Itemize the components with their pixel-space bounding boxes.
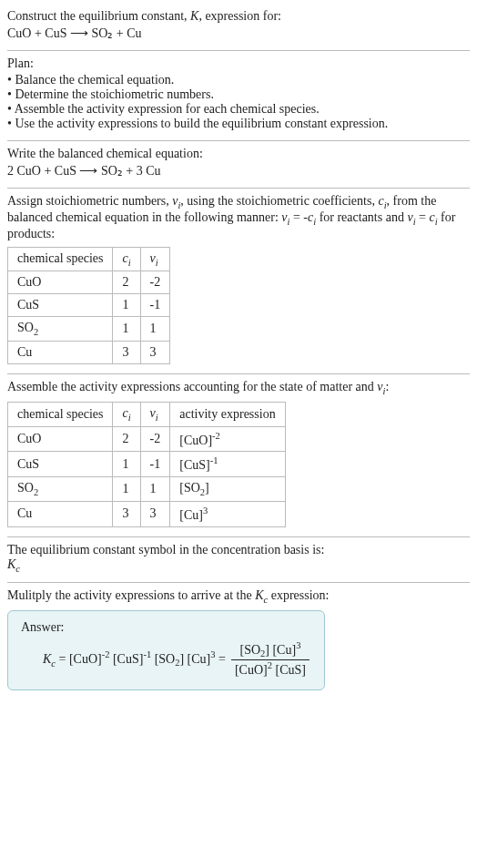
- activity-heading: Assemble the activity expressions accoun…: [7, 380, 470, 396]
- answer-box: Answer: Kc = [CuO]-2 [CuS]-1 [SO2] [Cu]3…: [7, 610, 325, 690]
- table-row: CuS 1 -1 [CuS]-1: [8, 452, 286, 477]
- table-row: SO2 1 1 [SO2]: [8, 477, 286, 502]
- cell-ci: 1: [113, 452, 140, 477]
- col-ci: ci: [113, 247, 140, 271]
- plan-item: • Use the activity expressions to build …: [7, 117, 470, 131]
- activity-table: chemical species ci νi activity expressi…: [7, 402, 286, 527]
- col-expr: activity expression: [170, 402, 285, 426]
- col-vi: νi: [140, 402, 170, 426]
- balanced-section: Write the balanced chemical equation: 2 …: [7, 141, 470, 188]
- cell-species: SO2: [8, 477, 113, 502]
- symbol-heading: The equilibrium constant symbol in the c…: [7, 543, 470, 557]
- cell-vi: -2: [140, 426, 170, 452]
- cell-ci: 3: [113, 342, 140, 364]
- cell-vi: 3: [140, 501, 170, 526]
- plan-list: • Balance the chemical equation. • Deter…: [7, 73, 470, 131]
- table-row: Cu 3 3: [8, 342, 170, 364]
- intro-line: Construct the equilibrium constant, K, e…: [7, 9, 470, 24]
- answer-expression: Kc = [CuO]-2 [CuS]-1 [SO2] [Cu]3 = [SO2]…: [21, 640, 311, 677]
- intro-equation: CuO + CuS ⟶ SO₂ + Cu: [7, 26, 470, 41]
- answer-label: Answer:: [21, 620, 311, 635]
- table-row: Cu 3 3 [Cu]3: [8, 501, 286, 526]
- fraction-denominator: [CuO]2 [CuS]: [231, 660, 310, 678]
- cell-expr: [SO2]: [170, 477, 285, 502]
- plan-item: • Assemble the activity expression for e…: [7, 102, 470, 117]
- plan-heading: Plan:: [7, 56, 470, 71]
- plan-item: • Determine the stoichiometric numbers.: [7, 87, 470, 102]
- table-row: SO2 1 1: [8, 317, 170, 342]
- stoich-section: Assign stoichiometric numbers, νi, using…: [7, 189, 470, 373]
- cell-vi: 1: [140, 477, 170, 502]
- col-vi: νi: [140, 247, 170, 271]
- cell-vi: -1: [140, 452, 170, 477]
- cell-ci: 2: [113, 426, 140, 452]
- cell-ci: 1: [113, 317, 140, 342]
- cell-ci: 1: [113, 477, 140, 502]
- cell-species: CuO: [8, 271, 113, 294]
- table-row: CuS 1 -1: [8, 294, 170, 317]
- cell-vi: -1: [140, 294, 170, 317]
- answer-fraction: [SO2] [Cu]3 [CuO]2 [CuS]: [231, 640, 310, 677]
- symbol-value: Kc: [7, 557, 470, 574]
- cell-species: SO2: [8, 317, 113, 342]
- table-row: CuO 2 -2: [8, 271, 170, 294]
- cell-vi: 3: [140, 342, 170, 364]
- balanced-heading: Write the balanced chemical equation:: [7, 147, 470, 161]
- col-species: chemical species: [8, 247, 113, 271]
- cell-ci: 1: [113, 294, 140, 317]
- activity-section: Assemble the activity expressions accoun…: [7, 374, 470, 536]
- cell-vi: 1: [140, 317, 170, 342]
- cell-vi: -2: [140, 271, 170, 294]
- stoich-table: chemical species ci νi CuO 2 -2 CuS 1 -1…: [7, 247, 170, 365]
- cell-species: CuS: [8, 452, 113, 477]
- table-row: CuO 2 -2 [CuO]-2: [8, 426, 286, 452]
- cell-species: Cu: [8, 501, 113, 526]
- cell-ci: 3: [113, 501, 140, 526]
- col-ci: ci: [113, 402, 140, 426]
- fraction-numerator: [SO2] [Cu]3: [231, 640, 310, 659]
- intro-section: Construct the equilibrium constant, K, e…: [7, 4, 470, 50]
- stoich-paragraph: Assign stoichiometric numbers, νi, using…: [7, 194, 470, 241]
- col-species: chemical species: [8, 402, 113, 426]
- symbol-section: The equilibrium constant symbol in the c…: [7, 537, 470, 583]
- plan-section: Plan: • Balance the chemical equation. •…: [7, 51, 470, 140]
- plan-item: • Balance the chemical equation.: [7, 73, 470, 87]
- cell-expr: [Cu]3: [170, 501, 285, 526]
- cell-species: CuS: [8, 294, 113, 317]
- cell-ci: 2: [113, 271, 140, 294]
- cell-species: CuO: [8, 426, 113, 452]
- multiply-section: Mulitply the activity expressions to arr…: [7, 583, 470, 700]
- multiply-heading: Mulitply the activity expressions to arr…: [7, 588, 470, 605]
- balanced-equation: 2 CuO + CuS ⟶ SO₂ + 3 Cu: [7, 163, 470, 179]
- table-header-row: chemical species ci νi: [8, 247, 170, 271]
- answer-lhs: Kc = [CuO]-2 [CuS]-1 [SO2] [Cu]3 =: [43, 649, 226, 668]
- cell-expr: [CuO]-2: [170, 426, 285, 452]
- cell-expr: [CuS]-1: [170, 452, 285, 477]
- cell-species: Cu: [8, 342, 113, 364]
- table-header-row: chemical species ci νi activity expressi…: [8, 402, 286, 426]
